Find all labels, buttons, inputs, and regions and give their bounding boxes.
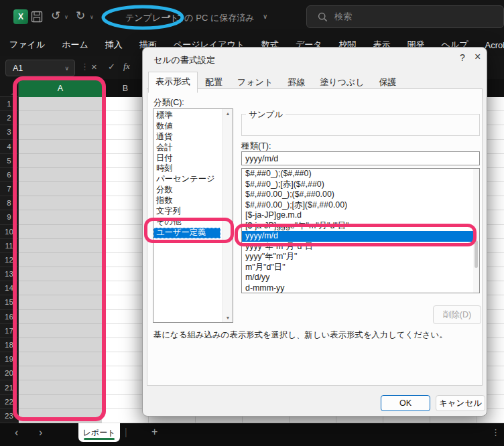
column-a-cell[interactable] [19,239,102,253]
quick-access-toolbar-chevron-icon[interactable]: ∨ [102,13,106,19]
scroll-up-icon[interactable]: ▲ [226,111,231,116]
category-item[interactable]: 通貨 [153,132,220,143]
category-scrollbar[interactable]: ▲ ▼ [223,109,233,322]
row-header[interactable]: 19 [0,352,19,366]
row-header[interactable]: 18 [0,338,19,352]
row-header[interactable]: 21 [0,380,19,394]
category-item[interactable]: 標準 [153,110,220,121]
cancel-entry-icon[interactable]: × [91,61,97,72]
category-item[interactable]: 分数 [153,185,220,196]
row-header[interactable]: 14 [0,281,19,295]
insert-function-icon[interactable]: fx [123,61,130,72]
column-a-cell[interactable] [19,196,102,210]
format-item[interactable]: $#,##0.00_);($#,##0.00) [242,190,479,200]
column-a-cell[interactable] [19,310,102,324]
format-item[interactable]: yyyy/m/d [242,231,479,242]
format-item[interactable]: [$-ja-JP]ge.m.d [242,210,479,221]
column-a-cell[interactable] [19,97,102,111]
category-item[interactable]: その他 [153,217,220,228]
type-input[interactable] [241,151,480,165]
column-a-cell[interactable] [19,111,102,125]
row-header[interactable]: 5 [0,154,19,168]
undo-dropdown-icon[interactable]: ∨ [64,14,68,20]
format-item[interactable]: d-mmm-yy [242,283,479,294]
column-header-a[interactable]: A [19,79,102,97]
ribbon-tab[interactable]: 挿入 [105,39,123,51]
ribbon-tab[interactable]: ファイル [9,39,45,51]
column-a-cell[interactable] [19,140,102,154]
column-a-cell[interactable] [19,225,102,239]
format-item[interactable]: yyyy"年"m"月"d"日" [242,242,479,252]
dialog-tab[interactable]: 表示形式 [148,72,198,93]
prev-sheet-icon[interactable]: ‹ [15,427,18,439]
row-header[interactable]: 13 [0,267,19,281]
column-a-cell[interactable] [19,324,102,338]
sheet-tab-report[interactable]: レポート [78,423,120,442]
format-item[interactable]: [$-ja-JP]ggge"年"m"月"d"日" [242,221,479,232]
ok-button[interactable]: OK [381,395,430,411]
row-header[interactable]: 9 [0,210,19,224]
ribbon-tab[interactable]: ホーム [62,39,88,51]
column-a-cell[interactable] [19,182,102,196]
row-header[interactable]: 4 [0,140,19,154]
name-box-chevron-icon[interactable]: ∨ [64,65,69,72]
undo-icon[interactable]: ↺ [51,9,60,23]
row-header[interactable]: 22 [0,395,19,409]
row-header[interactable]: 15 [0,295,19,309]
column-a-cell[interactable] [19,267,102,281]
more-options-icon[interactable]: ⋮ [491,427,500,437]
column-a-cell[interactable] [19,395,102,409]
save-status-label[interactable]: この PC に保存済み [176,12,255,24]
save-icon[interactable] [31,11,43,23]
category-item[interactable]: ユーザー定義 [153,228,220,238]
category-item[interactable]: 指数 [153,196,220,206]
column-a-cell[interactable] [19,366,102,380]
format-scrollbar[interactable] [473,169,479,293]
column-a-cell[interactable] [19,380,102,394]
category-item[interactable]: 時刻 [153,163,220,174]
format-item[interactable]: $#,##0_);[赤]($#,##0) [242,179,479,190]
row-header[interactable]: 1 [0,97,19,111]
column-a-cell[interactable] [19,295,102,309]
row-header[interactable]: 23 [0,409,19,423]
column-a-cell[interactable] [19,154,102,168]
add-sheet-button[interactable]: + [151,426,158,438]
column-a-cell[interactable] [19,125,102,139]
delete-button[interactable]: 削除(D) [433,305,481,324]
column-a-cell[interactable] [19,281,102,295]
category-item[interactable]: パーセンテージ [153,174,220,185]
format-item[interactable]: $#,##0_);($#,##0) [242,169,479,179]
row-header[interactable]: 12 [0,253,19,267]
row-header[interactable]: 2 [0,111,19,125]
title-chevron-icon[interactable]: ∨ [263,13,267,20]
format-item[interactable]: $#,##0.00_);[赤]($#,##0.00) [242,200,479,211]
row-header[interactable]: 8 [0,196,19,210]
confirm-entry-icon[interactable]: ✓ [108,62,115,72]
column-a-cell[interactable] [19,338,102,352]
row-header[interactable]: 17 [0,324,19,338]
category-item[interactable]: 数値 [153,121,220,132]
column-a-cell[interactable] [19,168,102,182]
row-header[interactable]: 20 [0,366,19,380]
excel-app-icon[interactable]: X [13,9,28,24]
format-item[interactable]: yyyy"年"m"月" [242,252,479,263]
scroll-down-icon[interactable]: ▼ [226,315,231,320]
column-a-cell[interactable] [19,253,102,267]
row-header[interactable]: 7 [0,182,19,196]
cancel-button[interactable]: キャンセル [436,395,485,411]
format-item[interactable]: m"月"d"日" [242,263,479,273]
row-header[interactable]: 16 [0,310,19,324]
category-item[interactable]: 日付 [153,153,220,164]
category-item[interactable]: 会計 [153,143,220,153]
column-a-cell[interactable] [19,409,102,423]
dialog-close-icon[interactable]: × [475,51,481,63]
next-sheet-icon[interactable]: › [39,427,42,439]
dialog-help-button[interactable]: ? [460,52,465,63]
search-input[interactable]: 検索 [306,5,504,28]
row-header[interactable]: 10 [0,225,19,239]
column-a-cell[interactable] [19,210,102,224]
redo-icon[interactable]: ↻ [76,9,85,23]
row-header[interactable]: 11 [0,239,19,253]
category-item[interactable]: 文字列 [153,206,220,217]
row-header[interactable]: 6 [0,168,19,182]
